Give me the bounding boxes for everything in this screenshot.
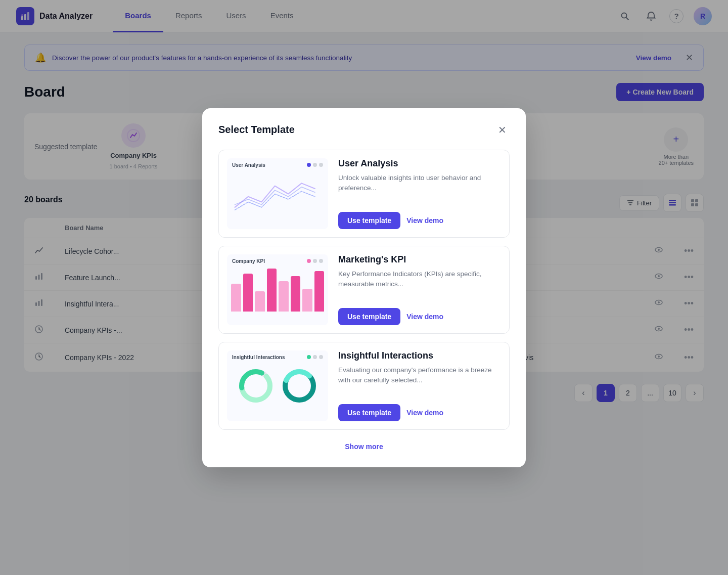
template-info-insightful-interactions: Insightful Interactions Evaluating our c… [338, 350, 501, 421]
bar [314, 271, 325, 312]
preview-label: Insightful Interactions [232, 355, 285, 360]
preview-header: User Analysis [227, 158, 328, 170]
template-preview-user-analysis: User Analysis [227, 158, 328, 229]
show-more-section: Show more [218, 438, 510, 455]
bar [267, 269, 277, 312]
use-template-button-marketing-kpi[interactable]: Use template [338, 308, 400, 325]
bar [302, 289, 312, 312]
modal-close-button[interactable]: ✕ [494, 122, 510, 138]
dot-2 [313, 355, 317, 359]
show-more-button[interactable]: Show more [345, 443, 383, 451]
bar [231, 284, 241, 312]
dot-3 [319, 259, 323, 263]
use-template-button-insightful-interactions[interactable]: Use template [338, 404, 400, 421]
template-preview-insightful-interactions: Insightful Interactions [227, 350, 328, 421]
dot-3 [319, 163, 323, 167]
template-card-marketing-kpi: Company KPI [218, 246, 510, 334]
template-card-user-analysis: User Analysis User Analysis Unlock v [218, 150, 510, 238]
template-actions: Use template View demo [338, 404, 501, 421]
template-preview-marketing-kpi: Company KPI [227, 254, 328, 325]
template-card-insightful-interactions: Insightful Interactions [218, 342, 510, 430]
donut-chart-1 [238, 368, 274, 404]
template-desc: Key Performance Indicators (KPIs) are sp… [338, 269, 501, 290]
template-desc: Evaluating our company's performance is … [338, 365, 501, 386]
template-info-user-analysis: User Analysis Unlock valuable insights i… [338, 158, 501, 229]
bar-chart [227, 266, 328, 312]
dot-2 [313, 259, 317, 263]
bar [291, 276, 301, 312]
bar [243, 274, 253, 312]
view-demo-button-insightful-interactions[interactable]: View demo [406, 409, 443, 417]
template-name: User Analysis [338, 158, 501, 169]
dot-3 [319, 355, 323, 359]
template-actions: Use template View demo [338, 212, 501, 229]
line-chart-svg [227, 170, 328, 218]
bar [279, 281, 289, 312]
select-template-modal: Select Template ✕ User Analysis [202, 108, 526, 467]
preview-header: Insightful Interactions [227, 350, 328, 362]
donut-chart-container [227, 362, 328, 410]
preview-label: Company KPI [232, 258, 265, 264]
dot-2 [313, 163, 317, 167]
view-demo-button-marketing-kpi[interactable]: View demo [406, 313, 443, 321]
modal-title: Select Template [218, 124, 295, 136]
modal-overlay[interactable]: Select Template ✕ User Analysis [0, 0, 728, 575]
bar [255, 291, 265, 312]
template-info-marketing-kpi: Marketing's KPI Key Performance Indicato… [338, 254, 501, 325]
template-actions: Use template View demo [338, 308, 501, 325]
template-desc: Unlock valuable insights into user behav… [338, 173, 501, 194]
preview-label: User Analysis [232, 162, 265, 168]
view-demo-button-user-analysis[interactable]: View demo [406, 216, 443, 225]
dot-1 [307, 163, 311, 167]
template-name: Insightful Interactions [338, 350, 501, 361]
dot-1 [307, 259, 311, 263]
preview-header: Company KPI [227, 254, 328, 266]
dot-1 [307, 355, 311, 359]
use-template-button-user-analysis[interactable]: Use template [338, 212, 400, 229]
template-name: Marketing's KPI [338, 254, 501, 265]
donut-chart-2 [282, 368, 317, 404]
modal-header: Select Template ✕ [218, 122, 510, 138]
